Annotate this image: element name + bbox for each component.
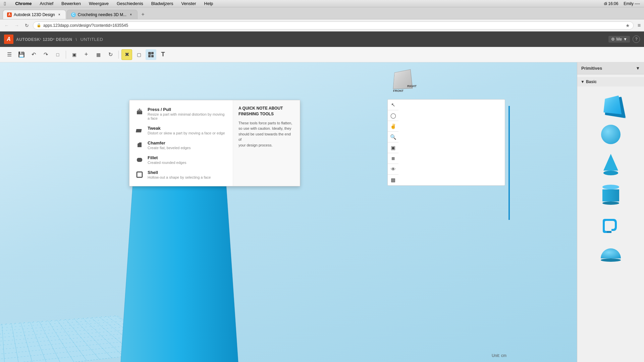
add-button[interactable]: + (81, 49, 92, 60)
menu-button[interactable]: ☰ (4, 49, 15, 60)
url-bar[interactable]: 🔒 apps.123dapp.com/design/?contentid=163… (33, 21, 634, 29)
menu-geschiedenis[interactable]: Geschiedenis (115, 1, 145, 6)
redo-button[interactable]: ↷ (40, 49, 51, 60)
address-bar: ← → ↻ 🔒 apps.123dapp.com/design/?content… (0, 19, 644, 32)
menu-weergave[interactable]: Weergave (88, 1, 110, 6)
undo-button[interactable]: ↶ (28, 49, 39, 60)
primitive-torus[interactable] (597, 210, 624, 240)
me-icon: ⚙ (611, 37, 615, 42)
bookmark-star-icon[interactable]: ★ (626, 23, 630, 28)
chamfer-item[interactable]: Chamfer Create flat, beveled edges (129, 138, 233, 153)
app-area: A AUTODESK¹ 123D² DESIGN \ UNTITLED ⚙ Me… (0, 32, 644, 362)
fit-tool-button[interactable]: ▣ (388, 142, 398, 153)
tab-crochet[interactable]: C Crocheting needles 3D M... × (67, 10, 138, 19)
menu-venster[interactable]: Venster (180, 1, 197, 6)
nav-cube-front-label: FRONT (393, 89, 404, 93)
primitive-box[interactable] (597, 89, 624, 119)
viewport-3d[interactable]: FRONT RIGHT ↖ ◯ ✌ 🔍 ▣ ▦ 👁 ▩ (0, 62, 577, 362)
fillet-text: Fillet Created rounded edges (148, 155, 227, 165)
new-tab-button[interactable]: + (138, 10, 148, 19)
dropdown-note-body: These tools force parts to flatten,so us… (238, 120, 294, 148)
nav-cube[interactable]: FRONT RIGHT (389, 66, 416, 93)
svg-rect-2 (148, 55, 151, 57)
back-button[interactable]: ← (3, 21, 11, 29)
text-button[interactable]: T (158, 49, 168, 60)
menu-icon: ☰ (7, 51, 12, 58)
lock-icon: 🔒 (37, 23, 41, 27)
shell-title: Shell (148, 170, 227, 175)
toolbar-divider-1 (66, 51, 66, 59)
copy-button[interactable]: □ (52, 49, 63, 60)
svg-rect-3 (151, 55, 154, 57)
snap-button[interactable]: ▦ (93, 49, 104, 60)
svg-rect-13 (607, 231, 611, 233)
svg-rect-12 (607, 219, 611, 221)
main-content: FRONT RIGHT ↖ ◯ ✌ 🔍 ▣ ▦ 👁 ▩ (0, 62, 644, 362)
apple-menu[interactable]:  (3, 1, 7, 6)
me-button[interactable]: ⚙ Me ▼ (608, 36, 630, 43)
tweak-icon (135, 126, 144, 135)
tab-close-1[interactable]: × (57, 12, 62, 17)
group-icon: ▢ (137, 52, 141, 57)
perspective-tool-button[interactable]: ▦ (388, 153, 398, 164)
layer-button[interactable]: ▩ (388, 175, 398, 185)
refresh-button[interactable]: ↻ (23, 21, 31, 29)
blue-accent-strip (508, 106, 510, 220)
press-pull-item[interactable]: Press / Pull Resize a part with minimal … (129, 104, 233, 123)
url-text: apps.123dapp.com/design/?contentid=16355… (43, 23, 624, 28)
title-separator: \ (76, 37, 78, 42)
primitive-cone[interactable] (597, 149, 624, 180)
svg-rect-10 (137, 158, 142, 162)
primitive-cylinder[interactable] (597, 180, 624, 210)
unit-value: cm (501, 353, 506, 358)
view-toolbar: ↖ ◯ ✌ 🔍 ▣ ▦ 👁 ▩ (387, 99, 505, 186)
tab-close-2[interactable]: × (128, 12, 133, 17)
pan-tool-button[interactable]: ✌ (388, 121, 398, 132)
undo-icon: ↶ (32, 51, 36, 58)
menubar-time: di 16:06 (603, 1, 620, 6)
dropdown-note-title: A QUICK NOTE ABOUTFINISHING TOOLS (238, 106, 294, 117)
shell-item[interactable]: Shell Hollow-out a shape by selecting a … (129, 167, 233, 182)
select-tool-button[interactable]: ↖ (388, 100, 398, 110)
save-button[interactable]: 💾 (16, 49, 27, 60)
primitive-sphere[interactable] (597, 119, 624, 149)
menu-chrome[interactable]: Chrome (14, 1, 33, 6)
nav-cube-right-label: RIGHT (407, 84, 417, 88)
zoom-tool-button[interactable]: 🔍 (388, 132, 398, 142)
panel-title: Primitives (581, 66, 602, 71)
menu-archief[interactable]: Archief (39, 1, 55, 6)
viewport-icon: ▣ (72, 52, 76, 57)
panel-expand-icon[interactable]: ▼ (636, 66, 640, 71)
menu-bladwijzers[interactable]: Bladwijzers (150, 1, 175, 6)
menu-help[interactable]: Help (203, 1, 215, 6)
app-title: AUTODESK¹ 123D² DESIGN \ UNTITLED (16, 37, 103, 42)
group-button[interactable]: ▢ (133, 49, 144, 60)
fillet-icon (135, 155, 144, 165)
materials-button[interactable] (146, 49, 156, 60)
fillet-item[interactable]: Fillet Created rounded edges (129, 153, 233, 167)
refresh-3d-button[interactable]: ↻ (105, 49, 116, 60)
menubar-user: Emily ---- (622, 1, 641, 6)
me-label: Me (616, 37, 622, 42)
torus-svg (600, 214, 622, 236)
viewport-button[interactable]: ▣ (69, 49, 79, 60)
forward-button[interactable]: → (13, 21, 21, 29)
view-options-button[interactable]: 👁 (388, 164, 398, 175)
tab-bar: A Autodesk 123D Design × C Crocheting ne… (0, 7, 644, 19)
browser-menu-icon[interactable]: ≡ (637, 22, 641, 29)
text-icon: T (161, 51, 165, 58)
chamfer-desc: Create flat, beveled edges (148, 146, 227, 150)
primitive-hemisphere[interactable] (597, 240, 624, 270)
tab-autodesk[interactable]: A Autodesk 123D Design × (3, 10, 66, 19)
orbit-tool-button[interactable]: ◯ (388, 110, 398, 121)
help-button[interactable]: ? (633, 36, 640, 43)
fillet-desc: Created rounded edges (148, 161, 227, 165)
panel-header: Primitives ▼ (577, 62, 644, 74)
section-header-basic[interactable]: ▼ Basic (577, 77, 644, 86)
tweak-item[interactable]: Tweak Distort or skew a part by moving a… (129, 123, 233, 138)
menu-bewerken[interactable]: Bewerken (60, 1, 82, 6)
transform-button[interactable]: ✖ (121, 49, 132, 60)
press-pull-icon (135, 107, 144, 116)
copy-icon: □ (56, 52, 59, 57)
brand-name: AUTODESK¹ 123D² DESIGN (16, 37, 72, 42)
